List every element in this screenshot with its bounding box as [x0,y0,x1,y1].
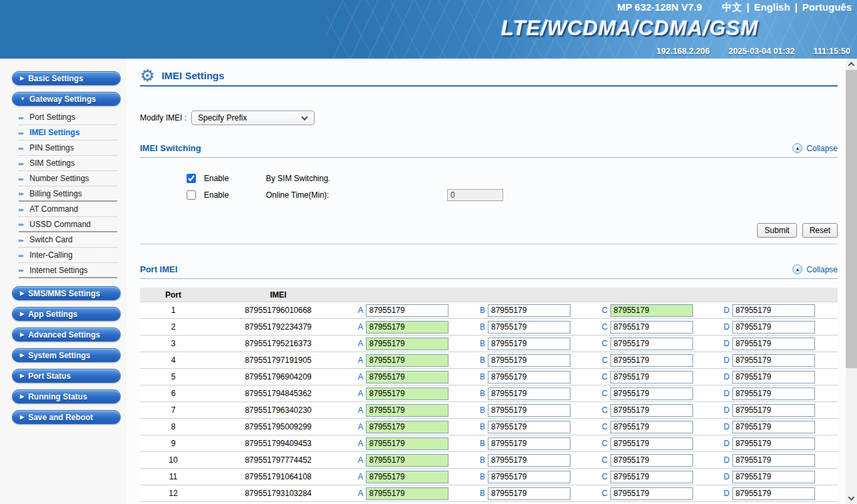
sidebar-item-sim-settings[interactable]: ▶▶SIM Settings [19,156,117,171]
imei-prefix-input-b[interactable] [488,471,570,483]
online-time-input[interactable] [447,189,503,201]
imei-slot-b: B [472,304,594,317]
imei-prefix-input-d[interactable] [732,487,815,500]
imei-prefix-input-a[interactable] [366,404,448,417]
imei-prefix-input-a[interactable] [366,304,448,317]
reset-button[interactable]: Reset [802,223,838,238]
imei-prefix-input-d[interactable] [732,471,815,483]
sidebar-item-port-settings[interactable]: ▶▶Port Settings [19,110,117,125]
sidebar-item-label: Port Settings [29,113,75,122]
imei-prefix-input-a[interactable] [366,454,448,467]
imei-prefix-input-a[interactable] [366,321,448,334]
sidebar-item-switch-card[interactable]: ▶▶Switch Card [19,232,117,248]
sidebar-item-at-command[interactable]: ▶▶AT Command [19,202,117,217]
imei-prefix-input-d[interactable] [732,421,815,433]
sidebar-group-system-settings[interactable]: ▶System Settings [12,348,121,362]
slot-letter: B [480,439,485,448]
imei-prefix-input-b[interactable] [488,338,570,350]
enable-checkbox[interactable] [187,190,196,200]
vertical-scrollbar[interactable] [846,59,857,504]
sidebar-group-sms-mms-settings[interactable]: ▶SMS/MMS Settings [12,286,121,300]
slot-letter: C [602,472,608,481]
imei-prefix-input-d[interactable] [732,304,815,317]
sidebar-group-basic-settings[interactable]: ▶Basic Settings [12,71,121,85]
sidebar-item-ussd-command[interactable]: ▶▶USSD Command [19,217,117,232]
imei-prefix-input-c[interactable] [610,387,693,400]
imei-prefix-input-b[interactable] [488,321,570,334]
imei-prefix-input-a[interactable] [366,487,448,500]
imei-prefix-input-b[interactable] [488,354,570,367]
imei-prefix-input-c[interactable] [610,321,693,334]
imei-prefix-input-c[interactable] [610,404,693,417]
imei-prefix-input-c[interactable] [610,338,693,350]
switching-description: Online Time(Min): [266,190,447,200]
imei-prefix-input-d[interactable] [732,354,815,367]
sidebar-item-number-settings[interactable]: ▶▶Number Settings [19,171,117,186]
sidebar-group-gateway-settings[interactable]: ▼Gateway Settings [12,92,121,106]
sidebar-group-advanced-settings[interactable]: ▶Advanced Settings [12,328,121,342]
modify-imei-select[interactable]: Specify Prefix [191,111,315,125]
imei-prefix-input-d[interactable] [732,321,815,334]
imei-switching-collapse[interactable]: ▲ Collapse [792,143,838,153]
imei-prefix-input-a[interactable] [366,421,448,433]
scrollbar-thumb[interactable] [846,70,857,368]
submit-button[interactable]: Submit [757,223,796,238]
submenu-arrow-icon: ▶▶ [19,191,23,196]
scroll-up-button[interactable] [846,59,857,70]
imei-prefix-input-b[interactable] [488,421,570,433]
imei-value: 879551797774452 [207,455,350,465]
imei-slot-d: D [716,371,838,383]
sidebar-item-pin-settings[interactable]: ▶▶PIN Settings [19,140,117,156]
imei-prefix-input-c[interactable] [610,421,693,433]
imei-prefix-input-d[interactable] [732,454,815,467]
imei-prefix-input-c[interactable] [610,487,693,500]
imei-prefix-input-d[interactable] [732,371,815,383]
lang-chinese[interactable]: 中文 [722,1,742,14]
table-row-port-4: 4879551797191905ABCD [140,352,838,369]
imei-prefix-input-c[interactable] [610,354,693,367]
imei-prefix-input-d[interactable] [732,437,815,450]
table-row-port-5: 5879551796904209ABCD [140,369,838,385]
imei-prefix-input-a[interactable] [366,387,448,400]
imei-prefix-input-d[interactable] [732,404,815,417]
lang-english[interactable]: English [754,1,790,14]
imei-prefix-input-a[interactable] [366,471,448,483]
port-imei-collapse[interactable]: ▲ Collapse [792,264,838,274]
imei-prefix-input-b[interactable] [488,487,570,500]
slot-letter: A [358,455,363,465]
sidebar-group-app-settings[interactable]: ▶App Settings [12,307,121,321]
page-title: IMEI Settings [161,70,224,81]
sidebar-item-internet-settings[interactable]: ▶▶Internet Settings [19,263,117,278]
imei-prefix-input-c[interactable] [610,304,693,317]
imei-prefix-input-b[interactable] [488,387,570,400]
sidebar-item-imei-settings[interactable]: ▶▶IMEI Settings [19,125,117,140]
imei-prefix-input-c[interactable] [610,437,693,450]
lang-portuguese[interactable]: Português [802,1,852,14]
imei-slot-b: B [472,487,594,500]
device-model: MP 632-128N V7.9 [617,1,702,14]
imei-prefix-input-b[interactable] [488,437,570,450]
slot-letter: B [480,455,485,465]
imei-prefix-input-d[interactable] [732,338,815,350]
scroll-down-button[interactable] [846,493,857,504]
imei-prefix-input-c[interactable] [610,454,693,467]
sidebar-group-save-and-reboot[interactable]: ▶Save and Reboot [12,410,121,424]
imei-prefix-input-b[interactable] [488,304,570,317]
imei-prefix-input-a[interactable] [366,437,448,450]
enable-checkbox[interactable] [187,174,196,183]
imei-prefix-input-b[interactable] [488,404,570,417]
imei-prefix-input-c[interactable] [610,371,693,383]
slot-letter: D [724,322,730,332]
sidebar-group-port-status[interactable]: ▶Port Status [12,369,121,383]
imei-prefix-input-d[interactable] [732,387,815,400]
imei-prefix-input-b[interactable] [488,371,570,383]
imei-prefix-input-b[interactable] [488,454,570,467]
sidebar-item-billing-settings[interactable]: ▶▶Billing Settings [19,186,117,202]
imei-prefix-input-c[interactable] [610,471,693,483]
sidebar-group-running-status[interactable]: ▶Running Status [12,389,121,403]
imei-prefix-input-a[interactable] [366,371,448,383]
imei-prefix-input-a[interactable] [366,338,448,350]
sidebar-item-inter-calling[interactable]: ▶▶Inter-Calling [19,248,117,263]
imei-prefix-input-a[interactable] [366,354,448,367]
port-imei-title: Port IMEI [140,264,177,274]
